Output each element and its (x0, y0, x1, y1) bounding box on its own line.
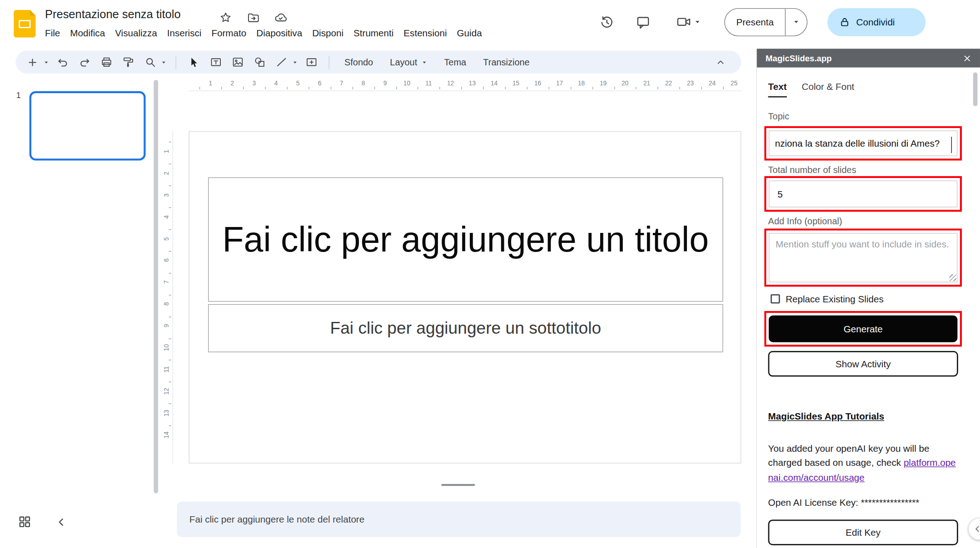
menu-formato[interactable]: Formato (206, 25, 251, 40)
shape-icon (254, 56, 265, 68)
transition-button[interactable]: Transizione (476, 57, 537, 67)
textbox-button[interactable] (206, 53, 225, 71)
history-icon[interactable] (599, 15, 615, 31)
folder-move-icon[interactable] (245, 10, 261, 26)
select-cursor-button[interactable] (184, 53, 203, 71)
menu-guida[interactable]: Guida (452, 25, 487, 40)
textarea-resize-grip[interactable] (950, 274, 956, 281)
tab-color-font[interactable]: Color & Font (802, 81, 855, 98)
insert-shape-button[interactable] (250, 53, 269, 71)
close-panel-button[interactable] (963, 54, 971, 62)
topic-input[interactable] (769, 131, 957, 156)
slide-number: 1 (16, 90, 21, 100)
subtitle-placeholder-box[interactable]: Fai clic per aggiungere un sottotitolo (208, 304, 723, 352)
ruler-tick (505, 87, 506, 89)
filmstrip-scrollbar[interactable] (154, 80, 158, 494)
insert-image-button[interactable] (228, 53, 247, 71)
redo-button[interactable] (75, 53, 94, 71)
slide-canvas[interactable]: Fai clic per aggiungere un titolo Fai cl… (189, 131, 741, 464)
zoom-button[interactable] (141, 53, 159, 71)
edit-key-button[interactable]: Edit Key (768, 519, 958, 545)
menu-diapositiva[interactable]: Diapositiva (251, 25, 307, 40)
add-info-annotation-box (764, 228, 962, 286)
openai-note: You added your openAI key you will be ch… (768, 441, 957, 484)
menu-modifica[interactable]: Modifica (65, 25, 110, 40)
ruler-number: 25 (731, 80, 737, 87)
ruler-number: 14 (491, 80, 497, 87)
image-icon (232, 56, 244, 68)
ruler-number: 6 (318, 80, 322, 87)
new-slide-caret[interactable] (43, 53, 50, 71)
collapse-toolbar-button[interactable] (711, 53, 730, 71)
ruler-tick (265, 87, 265, 89)
cloud-status-icon[interactable] (273, 10, 289, 26)
insert-line-button[interactable] (272, 53, 290, 71)
panel-scrollbar[interactable] (973, 73, 978, 106)
ruler-number: 2 (231, 80, 234, 87)
logo-sheet (19, 20, 30, 28)
title-placeholder-text: Fai clic per aggiungere un titolo (223, 217, 709, 263)
notes-resize-handle[interactable] (441, 484, 475, 486)
ruler-tick (169, 382, 171, 382)
background-button[interactable]: Sfondo (338, 57, 380, 67)
ruler-number: 12 (447, 80, 454, 87)
menu-inserisci[interactable]: Inserisci (162, 25, 207, 40)
logo-fold-shade (30, 10, 35, 15)
collapse-filmstrip-button[interactable] (55, 516, 68, 531)
ruler-number: 11 (425, 80, 432, 87)
ruler-tick (374, 87, 374, 89)
meet-camera-button[interactable] (676, 15, 701, 30)
ruler-number: 7 (163, 277, 169, 287)
tab-text[interactable]: Text (768, 81, 787, 98)
total-slides-input[interactable] (769, 181, 957, 207)
tutorials-link[interactable]: MagicSlides App Tutorials (768, 411, 885, 421)
chevron-left-icon (55, 516, 68, 528)
slide-thumbnail-1[interactable] (30, 91, 146, 161)
menu-visualizza[interactable]: Visualizza (110, 25, 162, 40)
line-caret[interactable] (291, 53, 299, 71)
ruler-number: 22 (665, 80, 672, 87)
grid-view-button[interactable] (18, 514, 32, 531)
ruler-number: 19 (600, 80, 607, 87)
add-info-textarea[interactable] (769, 233, 957, 282)
show-activity-button[interactable]: Show Activity (768, 351, 958, 376)
present-options-caret[interactable] (786, 16, 807, 28)
share-button-label: Condividi (856, 17, 895, 27)
insert-placeholder-button[interactable] (302, 53, 320, 71)
generate-button[interactable]: Generate (769, 316, 957, 342)
ruler-tick (169, 425, 171, 426)
grid-view-icon (18, 514, 32, 529)
print-button[interactable] (97, 53, 115, 71)
ruler-number: 13 (469, 80, 476, 87)
slides-logo[interactable] (14, 10, 35, 38)
title-placeholder-box[interactable]: Fai clic per aggiungere un titolo (208, 178, 723, 302)
present-button[interactable]: Presenta (725, 17, 785, 27)
ruler-tick (169, 207, 171, 208)
new-slide-button[interactable] (23, 53, 42, 71)
text-cursor (951, 137, 952, 153)
speaker-notes[interactable]: Fai clic per aggiungere le note del rela… (177, 502, 741, 537)
zoom-caret[interactable] (160, 53, 168, 71)
paint-format-button[interactable] (119, 53, 137, 71)
replace-slides-checkbox[interactable] (771, 294, 780, 304)
menu-file[interactable]: File (40, 25, 65, 40)
replace-slides-row: Replace Existing Slides (771, 294, 884, 304)
ruler-tick (723, 87, 724, 89)
document-title[interactable]: Presentazione senza titolo (45, 8, 181, 21)
ruler-number: 18 (578, 80, 585, 87)
menu-disponi[interactable]: Disponi (307, 25, 348, 40)
menu-strumenti[interactable]: Strumenti (348, 25, 398, 40)
ruler-tick (680, 87, 680, 89)
undo-button[interactable] (53, 53, 72, 71)
ruler-number: 11 (163, 365, 169, 375)
theme-button[interactable]: Tema (437, 57, 473, 67)
ruler-tick (169, 251, 171, 252)
ruler-number: 15 (512, 80, 519, 87)
chevron-up-icon (716, 57, 726, 67)
share-button[interactable]: Condividi (827, 8, 925, 36)
star-icon[interactable] (218, 10, 234, 26)
menu-estensioni[interactable]: Estensioni (398, 25, 452, 40)
present-button-group[interactable]: Presenta (724, 8, 807, 36)
layout-button[interactable]: Layout (383, 57, 434, 67)
comments-icon[interactable] (635, 15, 652, 31)
